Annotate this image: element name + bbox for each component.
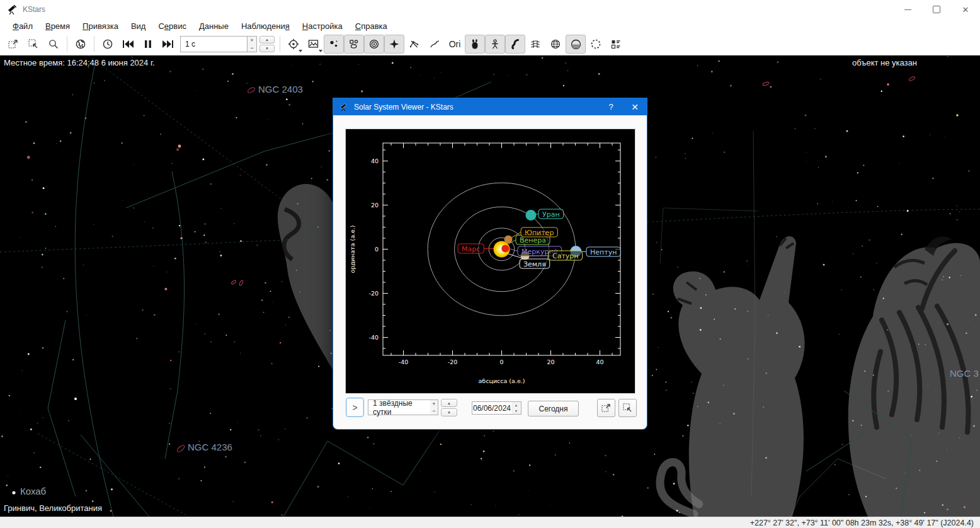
main-toolbar: 1 с +− ▲ ▼ Ori	[0, 33, 980, 55]
set-time-button[interactable]	[98, 35, 118, 54]
toolbar-separator	[280, 37, 280, 52]
object-details-button[interactable]	[606, 35, 626, 54]
milky-way-icon	[513, 40, 518, 49]
pause-icon	[145, 40, 147, 48]
solar-system-viewer-dialog: Solar System Viewer - KStars ? ✕ -40-40-…	[333, 98, 647, 430]
menu-data[interactable]: Данные	[193, 21, 235, 31]
time-step-down[interactable]: ▼	[259, 45, 275, 52]
fast-forward-button[interactable]	[158, 35, 178, 54]
svg-text:Уран: Уран	[542, 210, 560, 219]
svg-text:20: 20	[371, 202, 379, 209]
geo-location-label: Гринвич, Великобритания	[4, 503, 102, 513]
zoom-in-fit-button[interactable]	[618, 399, 637, 417]
dialog-help-button[interactable]: ?	[599, 98, 623, 115]
fast-forward-icon	[162, 40, 171, 48]
image-icon	[309, 40, 317, 47]
today-button[interactable]: Сегодня	[528, 401, 579, 416]
sky-object-label-ngc4236[interactable]: NGC 4236	[188, 442, 232, 452]
constellation-name-icon: Ori	[449, 39, 461, 49]
toggle-stars-button[interactable]	[324, 35, 344, 54]
supernova-icon	[390, 40, 399, 49]
close-icon: ✕	[631, 102, 639, 112]
draw-line-icon	[431, 42, 437, 48]
time-step-spinbox[interactable]: 1 с +− ▲ ▼	[180, 36, 275, 52]
toggle-horizon-button[interactable]	[566, 35, 586, 54]
svg-text:абсцисса (а.е.): абсцисса (а.е.)	[479, 377, 525, 384]
dialog-time-step-plusminus[interactable]: +−	[430, 399, 438, 415]
svg-text:40: 40	[596, 359, 603, 365]
toggle-deep-sky-button[interactable]	[364, 35, 384, 54]
svg-text:Марс: Марс	[462, 245, 480, 253]
maximize-button[interactable]	[922, 0, 951, 19]
zoom-in-window-button[interactable]	[23, 35, 43, 54]
sky-object-label-kochab[interactable]: Кохаб	[20, 486, 46, 496]
rewind-button[interactable]	[118, 35, 138, 54]
dialog-time-step-up[interactable]: ▲	[441, 399, 457, 407]
toggle-flags-button[interactable]	[586, 35, 606, 54]
zoom-fit-icon	[601, 403, 612, 413]
toolbar-separator	[67, 37, 67, 52]
draw-constellation-line-button[interactable]	[424, 35, 445, 54]
sky-object-label-ngc2403[interactable]: NGC 2403	[258, 84, 303, 95]
zoom-to-fit-button[interactable]	[3, 35, 23, 54]
date-spin-buttons[interactable]: ▲▼	[511, 401, 521, 415]
menu-pointing[interactable]: Привязка	[76, 21, 125, 31]
svg-text:-40: -40	[399, 359, 409, 365]
pause-button[interactable]	[138, 35, 158, 54]
close-button[interactable]: ✕	[951, 0, 980, 19]
toggle-constellation-names-button[interactable]: Ori	[445, 35, 465, 54]
dialog-time-step-down[interactable]: ▼	[441, 408, 457, 416]
date-field[interactable]: 06/06/2024	[472, 401, 512, 415]
toggle-solar-system-button[interactable]	[344, 35, 364, 54]
stars-icon	[330, 41, 333, 44]
menu-file[interactable]: Файл	[6, 21, 39, 31]
toggle-constellation-figures-button[interactable]	[485, 35, 505, 54]
svg-text:40: 40	[371, 158, 379, 164]
menu-view[interactable]: Вид	[125, 21, 152, 31]
menu-tools[interactable]: Сервис	[152, 21, 193, 31]
time-step-minus[interactable]: −	[248, 44, 256, 52]
menu-help[interactable]: Справка	[349, 21, 394, 31]
solar-system-plot[interactable]: -40-40-20-200020204040абсцисса (а.е.)орд…	[345, 129, 635, 394]
zoom-to-fit-icon	[13, 40, 17, 44]
dialog-time-step-field[interactable]: 1 звёздные сутки	[368, 399, 431, 415]
solar-system-icon	[350, 40, 353, 43]
dropdown-arrow-icon	[319, 50, 322, 52]
zoom-out-fit-button[interactable]	[597, 399, 615, 417]
toggle-constellation-art-button[interactable]	[465, 35, 485, 54]
svg-text:Юпитер: Юпитер	[525, 229, 554, 237]
toggle-constellation-lines-button[interactable]	[404, 35, 424, 54]
kstars-logo-icon	[339, 102, 348, 112]
svg-text:-20: -20	[448, 359, 458, 365]
toggle-milky-way-button[interactable]	[505, 35, 525, 54]
time-step-plus[interactable]: +	[248, 37, 256, 44]
flags-icon	[592, 40, 600, 49]
dropdown-arrow-icon	[299, 50, 302, 52]
toggle-supernovae-button[interactable]	[384, 35, 404, 54]
menu-settings[interactable]: Настройка	[296, 21, 349, 31]
play-button[interactable]: >	[346, 398, 364, 417]
time-step-value[interactable]: 1 с	[180, 36, 248, 52]
time-step-up[interactable]: ▲	[259, 36, 275, 43]
object-status-label: объект не указан	[852, 58, 917, 67]
status-bar: +227° 27' 32", +73° 11' 00" 08h 23m 32s,…	[0, 517, 980, 528]
menu-observation[interactable]: Наблюдения	[235, 21, 296, 31]
sky-object-label-ngc3-partial[interactable]: NGC 3	[950, 368, 979, 379]
find-object-button[interactable]	[43, 35, 64, 54]
help-icon: ?	[608, 102, 613, 112]
svg-text:0: 0	[499, 359, 503, 365]
toolbar-separator	[94, 37, 94, 52]
pointing-target-button[interactable]	[283, 35, 304, 54]
sky-images-button[interactable]	[304, 35, 324, 54]
dialog-close-button[interactable]: ✕	[623, 98, 647, 115]
close-icon: ✕	[962, 5, 969, 14]
toggle-equatorial-grid-button[interactable]	[525, 35, 545, 54]
menu-time[interactable]: Время	[39, 21, 76, 31]
rewind-icon	[123, 40, 124, 48]
zoom-shrink-icon	[622, 403, 633, 413]
toggle-horizontal-grid-button[interactable]	[545, 35, 566, 54]
minimize-button[interactable]	[893, 0, 922, 19]
figure-icon	[494, 40, 496, 42]
dialog-titlebar[interactable]: Solar System Viewer - KStars ? ✕	[333, 98, 647, 115]
geolocation-button[interactable]	[71, 35, 91, 54]
